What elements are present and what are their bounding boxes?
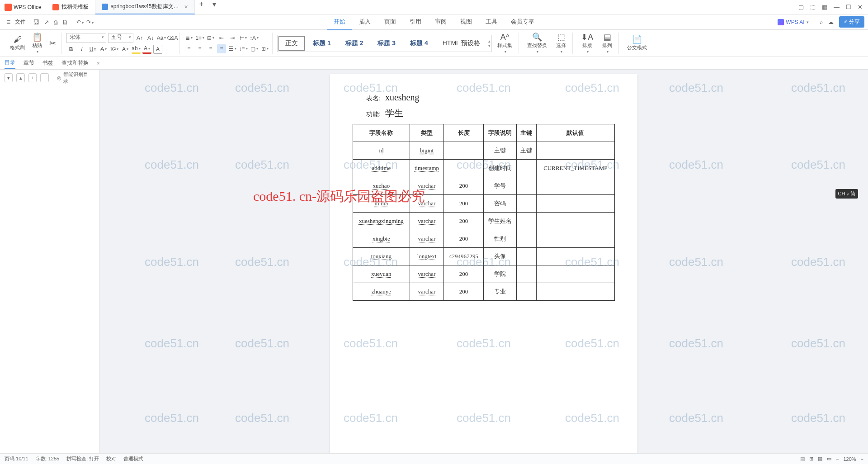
- indent-increase-button[interactable]: ⇥: [228, 33, 237, 43]
- hamburger-icon[interactable]: ≡: [4, 18, 13, 26]
- line-spacing-button[interactable]: ↕≡: [239, 44, 248, 53]
- paste-button[interactable]: 📋粘贴: [29, 32, 45, 55]
- toc-remove-button[interactable]: −: [40, 73, 48, 82]
- status-proof[interactable]: 校对: [106, 455, 116, 462]
- view-read-icon[interactable]: ▭: [827, 456, 831, 462]
- border-button[interactable]: ⊞: [260, 44, 269, 53]
- toc-add-button[interactable]: +: [28, 73, 37, 82]
- align-right-button[interactable]: ≡: [206, 44, 215, 53]
- style-heading2[interactable]: 标题 2: [339, 37, 370, 50]
- layout-button[interactable]: ⬇A排版: [577, 33, 597, 54]
- cloud-icon[interactable]: ☁: [828, 19, 834, 25]
- tab-page[interactable]: 页面: [378, 14, 402, 30]
- distribute-button[interactable]: ☰: [228, 44, 237, 53]
- strike-button[interactable]: A̶: [99, 45, 108, 54]
- bullet-list-button[interactable]: ≣: [184, 33, 193, 43]
- tab-member[interactable]: 会员专享: [505, 14, 541, 30]
- change-case-button[interactable]: Aa: [157, 33, 166, 43]
- align-center-button[interactable]: ≡: [195, 44, 204, 53]
- navtab-find[interactable]: 查找和替换: [61, 57, 89, 69]
- tab-home[interactable]: 开始: [327, 14, 352, 30]
- arrange-button[interactable]: ▤排列: [599, 33, 616, 54]
- undo-button[interactable]: ↶: [76, 19, 84, 25]
- text-effect-button[interactable]: A: [121, 45, 130, 54]
- share-button[interactable]: ♂ 分享: [839, 16, 864, 28]
- window-cube-icon[interactable]: ⬚: [810, 4, 816, 10]
- tab-menu-button[interactable]: ▾: [208, 0, 221, 14]
- file-menu[interactable]: 文件: [13, 18, 28, 26]
- style-normal[interactable]: 正文: [278, 36, 305, 51]
- print-icon[interactable]: ⎙: [54, 19, 57, 26]
- number-list-button[interactable]: 1≡: [195, 33, 204, 43]
- italic-button[interactable]: I: [77, 45, 86, 54]
- window-minimize-icon[interactable]: —: [834, 4, 840, 10]
- search-icon[interactable]: ⌕: [820, 19, 823, 25]
- style-heading1[interactable]: 标题 1: [307, 37, 337, 50]
- navtab-toc[interactable]: 目录: [5, 57, 15, 69]
- export-icon[interactable]: ↗: [44, 19, 49, 26]
- tab-reference[interactable]: 引用: [403, 14, 428, 30]
- style-html[interactable]: HTML 预设格: [436, 37, 486, 50]
- status-spellcheck[interactable]: 拼写检查: 打开: [66, 455, 99, 462]
- tab-document[interactable]: springboot1ws45数据库文… ×: [95, 0, 195, 14]
- toc-up-button[interactable]: ▴: [16, 73, 24, 82]
- align-left-button[interactable]: ≡: [184, 44, 193, 53]
- toc-collapse-button[interactable]: ▾: [5, 73, 13, 82]
- shading-button[interactable]: ▢: [250, 44, 259, 53]
- tab-template-store[interactable]: 找稻壳模板: [46, 0, 95, 14]
- style-gallery[interactable]: 正文 标题 1 标题 2 标题 3 标题 4 HTML 预设格 ▴▾: [277, 35, 492, 52]
- style-heading3[interactable]: 标题 3: [371, 37, 402, 50]
- superscript-button[interactable]: X²: [110, 45, 119, 54]
- tab-view[interactable]: 视图: [454, 14, 478, 30]
- style-set-button[interactable]: Aᴬ样式集: [494, 33, 516, 54]
- tab-tools[interactable]: 工具: [479, 14, 504, 30]
- style-heading4[interactable]: 标题 4: [404, 37, 434, 50]
- official-mode-button[interactable]: 📄公文模式: [623, 35, 651, 51]
- tab-insert[interactable]: 插入: [353, 14, 377, 30]
- font-size-select[interactable]: 五号: [108, 33, 133, 43]
- shrink-font-button[interactable]: A↓: [146, 33, 155, 43]
- zoom-level[interactable]: 120%: [843, 456, 856, 462]
- save-icon[interactable]: 🖫: [33, 19, 39, 26]
- view-outline-icon[interactable]: ⊞: [809, 456, 813, 462]
- clear-format-button[interactable]: ⌫A: [168, 33, 177, 43]
- status-words[interactable]: 字数: 1255: [36, 455, 60, 462]
- status-mode[interactable]: 普通模式: [123, 455, 143, 462]
- navtab-section[interactable]: 章节: [24, 57, 34, 69]
- char-border-button[interactable]: A: [153, 45, 162, 54]
- print-preview-icon[interactable]: 🗎: [62, 19, 68, 26]
- redo-button[interactable]: ↷: [86, 19, 94, 25]
- navtab-bookmark[interactable]: 书签: [42, 57, 53, 69]
- indent-decrease-button[interactable]: ⇤: [217, 33, 226, 43]
- tab-stop-button[interactable]: ⊢: [239, 33, 248, 43]
- view-web-icon[interactable]: ▦: [818, 456, 822, 462]
- window-grid-icon[interactable]: ▦: [822, 4, 827, 10]
- tab-add-button[interactable]: +: [195, 0, 208, 14]
- style-gallery-nav[interactable]: ▴▾: [488, 39, 491, 48]
- underline-button[interactable]: U: [88, 45, 97, 54]
- window-close-icon[interactable]: ✕: [858, 4, 863, 10]
- font-name-select[interactable]: 宋体: [66, 33, 106, 43]
- grow-font-button[interactable]: A↑: [135, 33, 144, 43]
- tab-review[interactable]: 审阅: [429, 14, 453, 30]
- status-page[interactable]: 页码 10/11: [5, 455, 28, 462]
- format-painter-button[interactable]: 🖌格式刷: [7, 34, 28, 52]
- sort-button[interactable]: ↕A: [250, 33, 259, 43]
- navpanel-close-icon[interactable]: ×: [97, 60, 100, 66]
- find-replace-button[interactable]: 🔍查找替换: [524, 33, 551, 54]
- zoom-out-button[interactable]: −: [836, 456, 839, 462]
- wps-ai-button[interactable]: WPS AI ▾: [772, 19, 814, 25]
- font-color-button[interactable]: A: [142, 45, 151, 54]
- select-button[interactable]: ⬚选择: [552, 33, 570, 54]
- multilevel-list-button[interactable]: ⊟: [206, 33, 215, 43]
- tab-close-icon[interactable]: ×: [184, 3, 188, 10]
- window-maximize-icon[interactable]: ☐: [846, 4, 851, 10]
- highlight-button[interactable]: ab: [132, 45, 141, 54]
- align-justify-button[interactable]: ≡: [217, 44, 226, 53]
- bold-button[interactable]: B: [66, 45, 75, 54]
- window-compact-icon[interactable]: ▢: [798, 4, 804, 10]
- zoom-in-button[interactable]: +: [861, 456, 863, 462]
- view-print-layout-icon[interactable]: ▤: [800, 456, 805, 462]
- smart-toc-button[interactable]: 智能识别目录: [52, 73, 94, 82]
- cut-button[interactable]: ✂: [47, 38, 59, 48]
